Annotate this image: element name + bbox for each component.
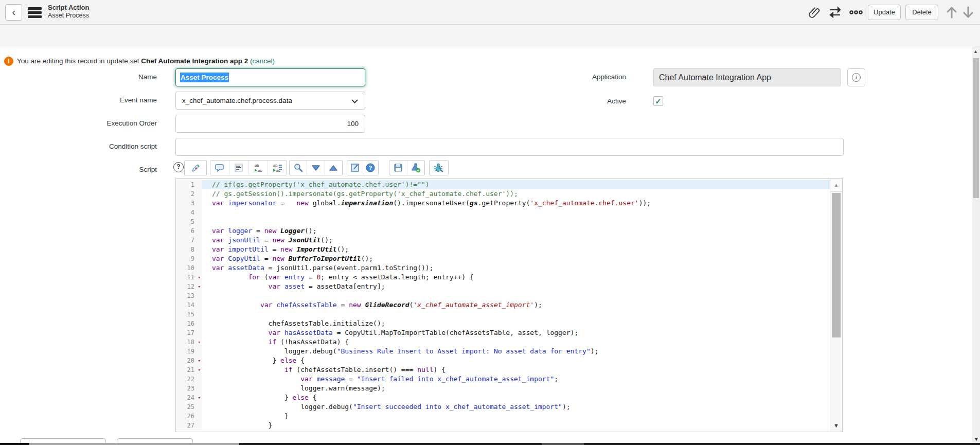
debug-script-icon[interactable] <box>430 161 448 175</box>
line-number: 6 <box>176 226 202 236</box>
svg-text:ab: ab <box>273 163 277 168</box>
fold-toggle-icon[interactable]: ▾ <box>198 337 201 347</box>
line-number: 13 <box>176 291 202 300</box>
next-record-arrow-icon[interactable] <box>961 4 975 23</box>
code-text: var assetData = jsonUtil.parse(event.par… <box>202 263 830 273</box>
toggle-comment-icon[interactable] <box>210 161 229 175</box>
active-label: Active <box>494 97 626 105</box>
info-icon: i <box>852 73 861 82</box>
active-checkbox[interactable]: ✓ <box>653 96 663 106</box>
fold-toggle-icon[interactable]: ▾ <box>198 282 201 291</box>
find-next-icon[interactable] <box>307 161 324 175</box>
line-number: 25 <box>176 402 202 412</box>
name-input[interactable]: Asset Process <box>175 68 365 86</box>
code-text: var jsonUtil = new JsonUtil(); <box>202 236 830 245</box>
api-help-icon[interactable]: ? <box>363 161 379 175</box>
toolbar-group: ? <box>347 160 379 175</box>
code-line: 5 <box>176 217 830 226</box>
save-script-icon[interactable] <box>389 161 407 175</box>
toolbar-group <box>389 160 425 175</box>
cancel-update-set-link[interactable]: (cancel) <box>250 57 275 65</box>
code-text <box>202 291 830 300</box>
context-menu-icon[interactable] <box>28 7 42 18</box>
attachment-paperclip-icon[interactable] <box>808 5 822 20</box>
code-text: var hasAssetData = CopyUtil.MapToImportT… <box>202 328 830 337</box>
code-text: if (chefAssetsTable.insert() === null) { <box>202 365 830 375</box>
line-number: 19 <box>176 347 202 356</box>
page-scrollbar-thumb[interactable] <box>973 58 979 198</box>
code-line: 19 logger.debug("Business Rule Insert to… <box>176 347 830 356</box>
page-scroll-up-icon[interactable]: ▲ <box>973 49 978 54</box>
condition-script-input[interactable] <box>175 138 844 156</box>
code-line: 6var logger = new Logger(); <box>176 226 830 236</box>
warning-icon: ! <box>4 57 13 66</box>
code-line: 18▾ if (!hasAssetData) { <box>176 337 830 347</box>
code-text: var message = "Insert failed into x_chef… <box>202 375 830 384</box>
script-help-icon[interactable]: ? <box>173 162 184 172</box>
search-icon[interactable] <box>290 161 307 175</box>
condition-script-label: Condition script <box>31 143 157 150</box>
code-line: 16 chefAssetsTable.initialize(); <box>176 319 830 328</box>
code-line: 7var jsonUtil = new JsonUtil(); <box>176 236 830 245</box>
event-name-select[interactable]: x_chef_automate.chef.process.data <box>175 92 365 110</box>
line-number: 21▾ <box>176 365 202 375</box>
code-text <box>202 208 830 217</box>
line-number: 5 <box>176 217 202 226</box>
back-button[interactable]: ‹ <box>5 4 22 21</box>
line-number: 4 <box>176 208 202 217</box>
script-code-editor[interactable]: 1// if(gs.getProperty('x_chef_automate.c… <box>175 178 843 432</box>
editor-scroll-down-icon[interactable]: ▼ <box>830 422 842 431</box>
personalize-form-sliders-icon[interactable] <box>828 5 843 20</box>
find-previous-icon[interactable] <box>325 161 342 175</box>
code-text: } <box>202 421 830 430</box>
code-text: logger.debug("Business Rule Insert to As… <box>202 347 830 356</box>
window-edge-segment <box>542 443 584 445</box>
code-line: 21▾ if (chefAssetsTable.insert() === nul… <box>176 365 830 375</box>
execution-order-label: Execution Order <box>31 119 157 127</box>
code-text: } else { <box>202 356 830 365</box>
syntax-check-icon[interactable] <box>407 161 425 175</box>
script-label: Script <box>31 166 157 173</box>
code-line: 26 } <box>176 412 830 421</box>
chevron-down-icon <box>351 99 358 103</box>
editor-scroll-up-icon[interactable]: ▲ <box>830 179 842 192</box>
code-text: var impersonator = new global.impersinat… <box>202 199 830 208</box>
line-number: 14 <box>176 300 202 310</box>
line-number: 8 <box>176 245 202 254</box>
fold-toggle-icon[interactable]: ▾ <box>198 356 201 365</box>
update-button[interactable]: Update <box>868 5 901 20</box>
code-line: 4 <box>176 208 830 217</box>
replace-all-icon[interactable]: abac <box>268 161 287 175</box>
code-text: var CopyUtil = new BufferToImportUtil(); <box>202 254 830 263</box>
open-in-new-window-icon[interactable] <box>347 161 363 175</box>
window-edge-segment <box>584 443 980 445</box>
code-text: logger.debug("Insert succeeded into x_ch… <box>202 402 830 412</box>
code-line: 9var CopyUtil = new BufferToImportUtil()… <box>176 254 830 263</box>
code-line: 2// gs.getSession().impersonate(gs.getPr… <box>176 189 830 199</box>
line-number: 20▾ <box>176 356 202 365</box>
delete-button[interactable]: Delete <box>905 5 938 20</box>
editor-scrollbar-thumb[interactable] <box>832 193 841 337</box>
fold-toggle-icon[interactable]: ▾ <box>198 393 201 402</box>
code-text: if (!hasAssetData) { <box>202 337 830 347</box>
line-number: 2 <box>176 189 202 199</box>
fold-toggle-icon[interactable]: ▾ <box>198 273 201 282</box>
code-text: chefAssetsTable.initialize(); <box>202 319 830 328</box>
replace-icon[interactable]: abac <box>248 161 268 175</box>
code-line: 23 logger.warn(message); <box>176 384 830 393</box>
code-text: } else { <box>202 393 830 402</box>
syntax-editor-marker-icon[interactable] <box>185 161 206 175</box>
execution-order-input[interactable]: 100 <box>175 115 365 133</box>
code-text <box>202 310 830 319</box>
code-text: for (var entry = 0; entry < assetData.le… <box>202 273 830 282</box>
script-action-form-page: ‹ Script Action Asset Process Update Del… <box>0 0 980 445</box>
format-code-icon[interactable] <box>229 161 248 175</box>
page-scroll-down-icon[interactable]: ▼ <box>974 436 979 442</box>
previous-record-arrow-icon[interactable] <box>945 4 959 23</box>
line-number: 9 <box>176 254 202 263</box>
line-number: 3 <box>176 199 202 208</box>
fold-toggle-icon[interactable]: ▾ <box>198 365 201 375</box>
application-info-button[interactable]: i <box>847 68 865 86</box>
record-title: Asset Process <box>48 12 89 19</box>
more-options-ellipsis-icon[interactable] <box>849 5 863 20</box>
